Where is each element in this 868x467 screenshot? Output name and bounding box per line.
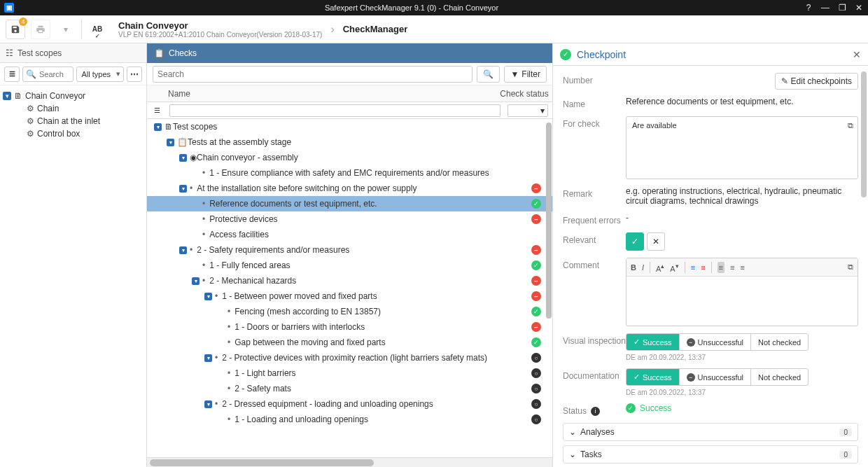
- check-row[interactable]: •1 - Fully fenced areas: [147, 258, 552, 273]
- minimize-button[interactable]: —: [820, 3, 830, 13]
- expand-editor-button[interactable]: ⧉: [848, 263, 853, 272]
- relevant-no-button[interactable]: ✕: [647, 232, 665, 251]
- check-row[interactable]: •2 - Safety mats: [147, 381, 552, 396]
- comment-editor[interactable]: B I A▴ A▾ ≡ ≡ ≡ ≡ ≡ ⧉: [626, 258, 858, 326]
- collapse-icon[interactable]: ▾: [179, 185, 187, 193]
- italic-button[interactable]: I: [642, 263, 644, 272]
- tree-child-control[interactable]: ⚙Control box: [3, 127, 144, 140]
- tasks-accordion[interactable]: ⌄ Tasks 0: [563, 445, 858, 463]
- collapse-icon[interactable]: ▾: [204, 400, 212, 408]
- panel-scrollbar[interactable]: [861, 71, 867, 197]
- type-filter-select[interactable]: All types: [76, 67, 124, 82]
- sidebar-tree: ▾ 🗎 Chain Conveyor ⚙Chain ⚙Chain at the …: [0, 85, 146, 144]
- font-shrink-button[interactable]: A▾: [670, 262, 678, 273]
- doc-unsuccessful[interactable]: Unsuccessful: [680, 369, 751, 385]
- check-status: [526, 368, 547, 378]
- vertical-scrollbar[interactable]: [545, 119, 552, 457]
- check-row[interactable]: •Reference documents or test equipment, …: [147, 196, 552, 211]
- expand-icon[interactable]: ⧉: [848, 121, 853, 130]
- align-center-button[interactable]: ≡: [730, 263, 734, 272]
- breadcrumb-module[interactable]: CheckManager: [343, 24, 407, 34]
- doc-success[interactable]: Success: [626, 369, 680, 385]
- breadcrumb-project[interactable]: Chain Conveyor VLP EN 619:2002+A1:2010 C…: [118, 20, 322, 39]
- edit-checkpoints-button[interactable]: Edit checkpoints: [775, 73, 858, 90]
- align-right-button[interactable]: ≡: [740, 263, 744, 272]
- collapse-icon[interactable]: ▾: [204, 293, 212, 300]
- bullet-icon: •: [202, 260, 205, 270]
- collapse-icon[interactable]: ▾: [167, 139, 174, 146]
- more-options-button[interactable]: ⋯: [127, 67, 142, 82]
- clipboard-icon: 📋: [177, 137, 188, 147]
- collapse-icon[interactable]: ▾: [3, 92, 11, 100]
- check-row[interactable]: ▾•2 - Protective devices with proximity …: [147, 350, 552, 365]
- align-left-button[interactable]: ≡: [718, 262, 724, 273]
- info-icon[interactable]: i: [591, 407, 600, 416]
- documentation-toggle[interactable]: Success Unsuccessful Not checked: [626, 368, 808, 386]
- help-button[interactable]: ?: [804, 3, 813, 13]
- check-status: [526, 276, 547, 286]
- check-row[interactable]: •Protective devices: [147, 211, 552, 227]
- check-row[interactable]: ▾•At the installation site before switch…: [147, 181, 552, 196]
- tree-root[interactable]: ▾ 🗎 Chain Conveyor: [3, 90, 144, 102]
- tree-child-inlet[interactable]: ⚙Chain at the inlet: [3, 115, 144, 127]
- check-row[interactable]: •1 - Loading and unloading openings: [147, 412, 552, 427]
- check-row[interactable]: ▾•2 - Dressed equipment - loading and un…: [147, 396, 552, 412]
- gear-icon: ⚙: [27, 104, 34, 113]
- outline-icon[interactable]: ☰: [154, 106, 160, 114]
- col-name[interactable]: Name: [147, 89, 496, 99]
- collapse-icon[interactable]: ▾: [179, 154, 187, 162]
- analyses-accordion[interactable]: ⌄ Analyses 0: [563, 423, 858, 441]
- check-row[interactable]: •Access facilities: [147, 227, 552, 242]
- check-row[interactable]: •Gap between the moving and fixed parts: [147, 335, 552, 350]
- tree-view-button[interactable]: ☰: [4, 67, 20, 82]
- sidebar-search-input[interactable]: [39, 70, 70, 78]
- numberlist-button[interactable]: ≡: [701, 263, 705, 272]
- checks-search-input[interactable]: [153, 66, 472, 83]
- close-button[interactable]: ✕: [854, 3, 864, 13]
- visual-notchecked[interactable]: Not checked: [751, 334, 808, 350]
- check-row[interactable]: •1 - Ensure compliance with safety and E…: [147, 165, 552, 181]
- search-button[interactable]: 🔍: [477, 66, 500, 83]
- check-row[interactable]: ▾•2 - Safety requirements and/or measure…: [147, 242, 552, 258]
- font-grow-button[interactable]: A▴: [656, 262, 664, 273]
- sidebar-search[interactable]: 🔍: [22, 67, 74, 82]
- check-row[interactable]: ▾•2 - Mechanical hazards: [147, 273, 552, 288]
- collapse-icon[interactable]: ▾: [204, 354, 212, 362]
- dropdown-button[interactable]: ▾: [56, 20, 76, 39]
- collapse-icon[interactable]: ▾: [154, 123, 162, 131]
- horizontal-scrollbar[interactable]: [147, 457, 552, 467]
- doc-notchecked[interactable]: Not checked: [751, 369, 808, 385]
- editor-body[interactable]: [626, 277, 858, 326]
- visual-success[interactable]: Success: [626, 334, 680, 350]
- collapse-icon[interactable]: ▾: [179, 246, 187, 254]
- close-panel-button[interactable]: ✕: [853, 49, 861, 60]
- visual-inspection-toggle[interactable]: Success Unsuccessful Not checked: [626, 333, 808, 351]
- visual-unsuccessful[interactable]: Unsuccessful: [680, 334, 751, 350]
- check-row[interactable]: •Fencing (mesh according to EN 13857): [147, 304, 552, 319]
- check-status: [526, 384, 547, 393]
- check-row[interactable]: •1 - Light barriers: [147, 365, 552, 381]
- check-row[interactable]: •1 - Doors or barriers with interlocks: [147, 319, 552, 335]
- bulletlist-button[interactable]: ≡: [691, 263, 695, 272]
- maximize-button[interactable]: ❐: [837, 3, 847, 13]
- check-row[interactable]: ▾📋 Tests at the assembly stage: [147, 134, 552, 150]
- bold-button[interactable]: B: [631, 263, 636, 272]
- status-filter-select[interactable]: ▾: [507, 104, 548, 117]
- print-button[interactable]: [31, 20, 50, 39]
- name-label: Name: [563, 97, 626, 109]
- forcheck-textbox[interactable]: Are available ⧉: [626, 116, 858, 179]
- check-tree[interactable]: ▾🗎 Test scopes▾📋 Tests at the assembly s…: [147, 119, 552, 457]
- spellcheck-button[interactable]: AB✓: [88, 20, 107, 39]
- check-row[interactable]: ▾◉ Chain conveyor - assembly: [147, 150, 552, 165]
- col-status[interactable]: Check status: [496, 89, 552, 99]
- check-row[interactable]: ▾•1 - Between power moved and fixed part…: [147, 288, 552, 304]
- collapse-icon[interactable]: ▾: [192, 277, 200, 285]
- record-icon: ◉: [190, 153, 197, 162]
- filter-button[interactable]: ▼Filter: [504, 66, 547, 83]
- relevant-yes-button[interactable]: ✓: [626, 232, 644, 251]
- tree-child-chain[interactable]: ⚙Chain: [3, 102, 144, 115]
- name-filter-input[interactable]: [169, 104, 500, 117]
- bullet-icon: •: [227, 368, 230, 378]
- save-button[interactable]: 4: [6, 20, 25, 39]
- check-row[interactable]: ▾🗎 Test scopes: [147, 119, 552, 134]
